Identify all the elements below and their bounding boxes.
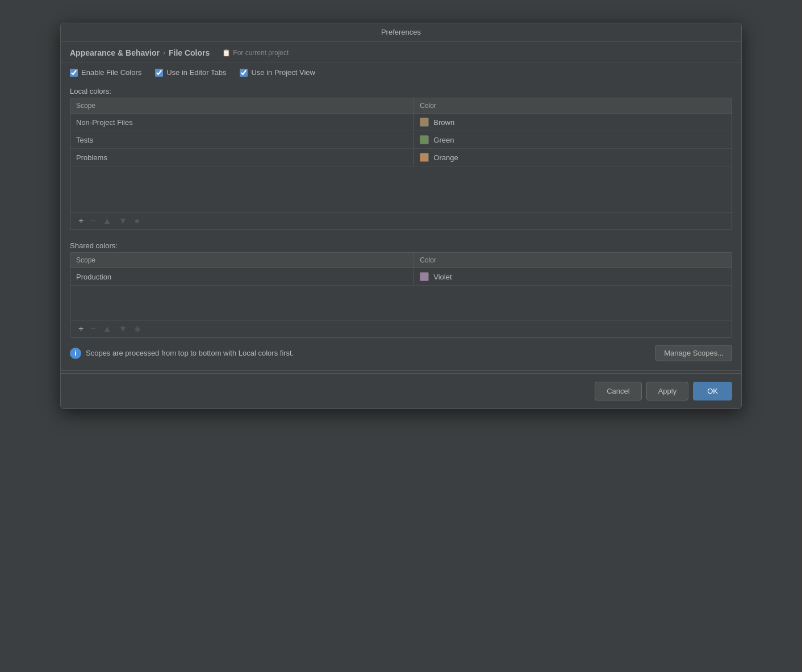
local-colors-body: Non-Project Files Brown Tests Green Prob… — [70, 114, 732, 212]
breadcrumb-current: File Colors — [169, 48, 210, 57]
use-in-editor-tabs-input[interactable] — [155, 69, 163, 77]
row-color: Green — [414, 131, 732, 148]
breadcrumb-arrow: › — [163, 49, 165, 57]
table-row[interactable]: Problems Orange — [70, 149, 732, 166]
info-icon: i — [70, 348, 81, 359]
color-swatch — [420, 135, 429, 144]
apply-button[interactable]: Apply — [646, 382, 689, 400]
title-bar: Preferences — [61, 23, 741, 41]
local-move-down-button[interactable]: ▼ — [116, 215, 130, 227]
use-in-editor-tabs-checkbox[interactable]: Use in Editor Tabs — [155, 68, 226, 77]
project-label: For current project — [233, 49, 289, 57]
info-row: i Scopes are processed from top to botto… — [61, 338, 741, 368]
manage-scopes-button[interactable]: Manage Scopes... — [655, 345, 732, 361]
row-scope: Production — [70, 269, 414, 285]
row-scope: Non-Project Files — [70, 114, 414, 131]
color-swatch — [420, 272, 429, 281]
enable-file-colors-input[interactable] — [70, 69, 78, 77]
shared-add-button[interactable]: + — [76, 323, 86, 335]
shared-scope-header: Scope — [70, 253, 414, 268]
enable-file-colors-label: Enable File Colors — [81, 68, 141, 77]
shared-move-up-button[interactable]: ▲ — [101, 323, 114, 335]
local-colors-header: Scope Color — [70, 98, 732, 114]
use-in-editor-tabs-label: Use in Editor Tabs — [166, 68, 226, 77]
shared-toolbar: + − ▲ ▼ ◈ — [70, 320, 732, 337]
table-row[interactable]: Production Violet — [70, 268, 732, 286]
shared-move-down-button[interactable]: ▼ — [116, 323, 130, 335]
enable-file-colors-checkbox[interactable]: Enable File Colors — [70, 68, 141, 77]
shared-colors-header: Scope Color — [70, 253, 732, 268]
local-move-up-button[interactable]: ▲ — [101, 215, 114, 227]
info-left: i Scopes are processed from top to botto… — [70, 348, 294, 359]
shared-colors-body: Production Violet — [70, 268, 732, 320]
color-name: Green — [433, 136, 454, 144]
shared-colors-table: Scope Color Production Violet + − ▲ ▼ ◈ — [70, 252, 732, 338]
color-name: Violet — [433, 273, 452, 281]
table-row[interactable]: Tests Green — [70, 131, 732, 149]
table-row[interactable]: Non-Project Files Brown — [70, 114, 732, 131]
shared-empty-area — [70, 286, 732, 320]
footer-separator — [61, 370, 741, 371]
local-scope-header: Scope — [70, 98, 414, 113]
info-text: Scopes are processed from top to bottom … — [86, 349, 294, 357]
row-scope: Problems — [70, 149, 414, 166]
preferences-dialog: Preferences Appearance & Behavior › File… — [60, 23, 742, 409]
local-add-button[interactable]: + — [76, 215, 86, 227]
color-name: Orange — [433, 153, 458, 162]
breadcrumb-section: Appearance & Behavior — [70, 48, 160, 57]
cancel-button[interactable]: Cancel — [595, 382, 641, 400]
shared-remove-button[interactable]: − — [88, 323, 98, 335]
row-scope: Tests — [70, 132, 414, 148]
breadcrumb-project: 📋 For current project — [222, 49, 289, 57]
shared-color-header: Color — [414, 253, 732, 268]
local-reset-button[interactable]: ● — [132, 215, 142, 227]
use-in-project-view-checkbox[interactable]: Use in Project View — [240, 68, 315, 77]
row-color: Violet — [414, 268, 732, 285]
color-name: Brown — [433, 118, 454, 127]
use-in-project-view-label: Use in Project View — [251, 68, 315, 77]
row-color: Orange — [414, 149, 732, 166]
local-empty-area — [70, 166, 732, 212]
local-colors-label: Local colors: — [61, 82, 741, 98]
ok-button[interactable]: OK — [693, 382, 732, 400]
local-colors-table: Scope Color Non-Project Files Brown Test… — [70, 98, 732, 230]
color-swatch — [420, 153, 429, 162]
row-color: Brown — [414, 114, 732, 131]
local-color-header: Color — [414, 98, 732, 113]
local-toolbar: + − ▲ ▼ ● — [70, 212, 732, 229]
shared-colors-label: Shared colors: — [61, 237, 741, 252]
dialog-title: Preferences — [381, 28, 421, 36]
breadcrumb: Appearance & Behavior › File Colors 📋 Fo… — [61, 41, 741, 62]
footer: Cancel Apply OK — [61, 373, 741, 408]
shared-reset-button[interactable]: ◈ — [132, 323, 143, 335]
color-swatch — [420, 118, 429, 127]
local-remove-button[interactable]: − — [88, 215, 98, 227]
checkboxes-row: Enable File Colors Use in Editor Tabs Us… — [61, 62, 741, 82]
use-in-project-view-input[interactable] — [240, 69, 248, 77]
project-icon: 📋 — [222, 49, 231, 57]
